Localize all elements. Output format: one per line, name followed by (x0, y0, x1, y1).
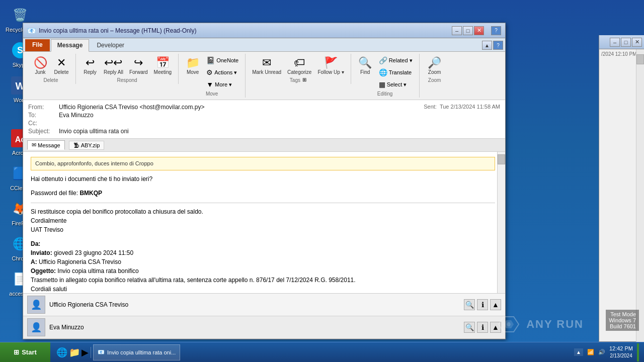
ribbon-group-editing: 🔍 Find 🔗 Related ▾ 🌐 Translate (351, 54, 420, 98)
delete-button[interactable]: ✕ Delete (51, 55, 71, 76)
inviato-label: Inviato: (31, 249, 52, 256)
contact-name-1: Eva Minuzzo (49, 324, 460, 331)
meeting-label: Meeting (154, 69, 172, 75)
more-button[interactable]: ▼ More ▾ (204, 79, 241, 90)
related-button[interactable]: 🔗 Related ▾ (376, 55, 415, 66)
body-paragraph-5: UAT Treviso (31, 225, 495, 234)
contact-action-search-0[interactable]: 🔍 (464, 299, 475, 310)
second-window-titlebar: – □ ✕ (599, 35, 644, 49)
find-icon: 🔍 (358, 56, 372, 69)
attachment-file[interactable]: 🗜 ABY.zip (69, 141, 105, 150)
actions-button[interactable]: ⚙ Actions ▾ (204, 67, 241, 78)
tray-show-icons[interactable]: ▲ (574, 348, 583, 356)
find-button[interactable]: 🔍 Find (355, 55, 375, 76)
reply-all-button[interactable]: ↩↩ Reply All (101, 55, 126, 76)
zoom-label: Zoom (428, 69, 441, 75)
from-label: From: (28, 104, 56, 111)
move-icon: 📁 (186, 56, 200, 69)
contact-card-1: 👤 Eva Minuzzo 🔍 ℹ ▲ (23, 316, 505, 339)
second-win-maximize[interactable]: □ (621, 38, 631, 47)
onenote-label: OneNote (216, 57, 238, 63)
respond-group-label: Respond (117, 77, 137, 83)
zoom-icon: 🔎 (428, 56, 441, 69)
inviato-value: giovedì 23 giugno 2024 11:50 (54, 249, 133, 256)
junk-button[interactable]: 🚫 Junk (30, 55, 50, 76)
delete-group-label: Delete (44, 77, 58, 83)
show-desktop-btn[interactable] (637, 343, 639, 361)
meeting-button[interactable]: 📅 Meeting (151, 55, 175, 76)
body-paragraph-1: Hai ottenuto i documenti che ti ho invia… (31, 174, 495, 184)
quicklaunch-explorer[interactable]: 📁 (69, 347, 80, 358)
contact-expand-0[interactable]: ▲ (490, 299, 501, 310)
ribbon-help-btn[interactable]: ? (493, 41, 503, 50)
contact-action-search-1[interactable]: 🔍 (464, 322, 475, 333)
zip-icon: 🗜 (73, 142, 79, 148)
tab-developer[interactable]: Developer (90, 39, 131, 51)
date-display: 2/13/2024 (609, 352, 633, 359)
move-small-buttons: 📓 OneNote ⚙ Actions ▾ ▼ More ▾ (204, 55, 241, 90)
editing-small-col: 🔗 Related ▾ 🌐 Translate ▦ Select ▾ (376, 55, 415, 90)
close-button[interactable]: ✕ (474, 26, 484, 35)
reply-button[interactable]: ↩ Reply (80, 55, 100, 76)
tab-file[interactable]: File (25, 39, 50, 51)
minimize-button[interactable]: – (452, 26, 462, 35)
from-value: Ufficio Rgioneria CSA Treviso <host@movi… (59, 104, 421, 111)
contact-action-info-1[interactable]: ℹ (477, 322, 488, 333)
find-label: Find (360, 69, 370, 75)
to-value: Eva Minuzzo (59, 112, 500, 119)
forward-label: Forward (129, 69, 148, 75)
zoom-group-label: Zoom (428, 77, 441, 83)
attachment-filename: ABY.zip (81, 142, 100, 148)
onenote-icon: 📓 (206, 56, 215, 64)
tray-network-icon: 📶 (587, 349, 594, 355)
forward-icon: ↪ (134, 56, 143, 69)
body-line2-prefix: Password del file: (31, 190, 79, 197)
test-mode-label: Test Mode (609, 311, 636, 317)
from-row: From: Ufficio Rgioneria CSA Treviso <hos… (28, 103, 500, 111)
tags-expand-icon[interactable]: ⊞ (302, 77, 306, 82)
contact-avatar-0: 👤 (27, 296, 45, 314)
scrollbar-thumb[interactable] (498, 154, 505, 164)
quicklaunch-media[interactable]: ▶ (82, 347, 89, 358)
select-label: Select ▾ (387, 81, 407, 88)
quicklaunch-ie[interactable]: 🌐 (56, 347, 67, 358)
ribbon-group-move-buttons: 📁 Move 📓 OneNote ⚙ Actions ▾ (183, 55, 241, 90)
taskbar-item-0[interactable]: 📧 Invio copia ulltima rata oni... (93, 344, 180, 360)
ribbon-group-zoom-buttons: 🔎 Zoom (425, 55, 445, 76)
ribbon-minimize-btn[interactable]: ▲ (482, 41, 492, 50)
move-button[interactable]: 📁 Move (183, 55, 203, 76)
categorize-button[interactable]: 🏷 Categorize (285, 55, 314, 76)
message-tab[interactable]: ✉ Message (27, 140, 65, 150)
attachment-bar: ✉ Message 🗜 ABY.zip (23, 139, 505, 152)
related-icon: 🔗 (379, 56, 387, 64)
body-scrollbar[interactable] (497, 152, 505, 293)
follow-up-button[interactable]: 🚩 Follow Up ▾ (315, 55, 346, 76)
follow-up-icon: 🚩 (324, 56, 338, 69)
taskbar-tray: ▲ 📶 🔊 12:42 PM 2/13/2024 (569, 343, 644, 361)
select-button[interactable]: ▦ Select ▾ (376, 79, 415, 90)
oggetto-label: Oggetto: (31, 267, 56, 275)
taskbar-time[interactable]: 12:42 PM 2/13/2024 (609, 345, 633, 359)
start-button[interactable]: ⊞ Start (0, 342, 50, 363)
message-body[interactable]: Combio, approfonfonfo, duces interno di … (23, 152, 505, 293)
contact-action-info-0[interactable]: ℹ (477, 299, 488, 310)
body-paragraph-2: Password del file: BMKQP (31, 189, 495, 198)
reply-label: Reply (84, 69, 97, 75)
message-tab-label: Message (38, 142, 60, 148)
translate-button[interactable]: 🌐 Translate (376, 67, 415, 78)
mark-unread-button[interactable]: ✉ Mark Unread (250, 55, 284, 76)
start-icon: ⊞ (14, 348, 19, 356)
body-inviato: Inviato: giovedì 23 giugno 2024 11:50 (31, 248, 495, 257)
contact-card-0: 👤 Ufficio Rgioneria CSA Treviso 🔍 ℹ ▲ (23, 294, 505, 316)
second-win-close[interactable]: ✕ (632, 38, 642, 47)
onenote-button[interactable]: 📓 OneNote (204, 55, 241, 66)
forward-button[interactable]: ↪ Forward (127, 55, 150, 76)
maximize-button[interactable]: □ (463, 26, 473, 35)
help-btn[interactable]: ? (491, 26, 501, 35)
translate-label: Translate (389, 69, 412, 75)
subject-row: Subject: Invio copia ulltima rata oni (28, 127, 500, 135)
second-win-minimize[interactable]: – (610, 38, 620, 47)
zoom-button[interactable]: 🔎 Zoom (425, 55, 445, 76)
tab-message[interactable]: Message (51, 39, 90, 52)
window-controls: – □ ✕ ? (452, 26, 501, 35)
